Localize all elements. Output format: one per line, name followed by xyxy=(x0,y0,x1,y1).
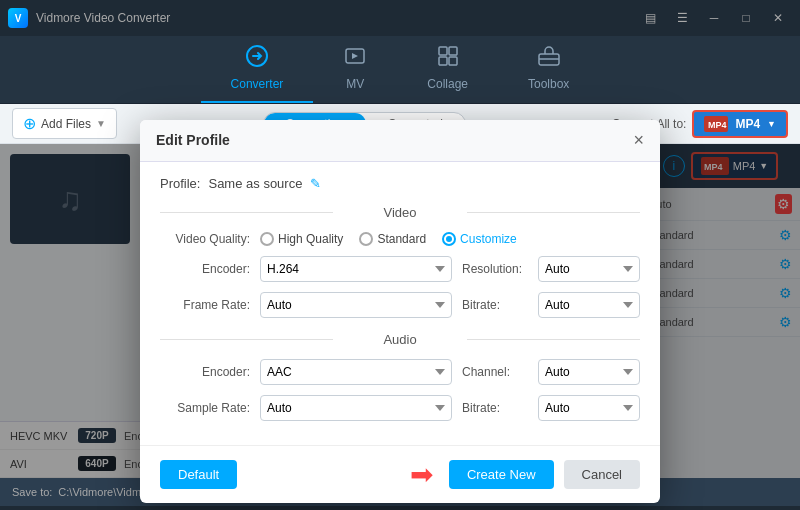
converter-icon xyxy=(245,44,269,74)
resolution-select[interactable]: Auto xyxy=(538,256,640,282)
message-btn[interactable]: ▤ xyxy=(636,8,664,28)
framerate-bitrate-row: Frame Rate: Auto Bitrate: Auto xyxy=(160,292,640,318)
modal-body: Profile: Same as source ✎ Video Video Qu… xyxy=(140,162,660,445)
video-quality-label: Video Quality: xyxy=(160,232,250,246)
video-section-title: Video xyxy=(160,205,640,220)
quality-customize[interactable]: Customize xyxy=(442,232,517,246)
radio-high-quality xyxy=(260,232,274,246)
dropdown-arrow-icon: ▼ xyxy=(96,118,106,129)
svg-rect-3 xyxy=(449,47,457,55)
audio-encoder-select[interactable]: AAC xyxy=(260,359,452,385)
profile-row: Profile: Same as source ✎ xyxy=(160,176,640,191)
nav-mv[interactable]: MV xyxy=(313,36,397,103)
menu-btn[interactable]: ☰ xyxy=(668,8,696,28)
profile-value: Same as source xyxy=(208,176,302,191)
toolbox-icon xyxy=(537,44,561,74)
resolution-half: Resolution: Auto xyxy=(462,256,640,282)
bitrate-half: Bitrate: Auto xyxy=(462,292,640,318)
mv-label: MV xyxy=(346,77,364,91)
format-chevron-icon: ▼ xyxy=(767,119,776,129)
create-new-button[interactable]: Create New xyxy=(449,460,554,489)
arrow-indicator: ➡ xyxy=(410,458,433,491)
add-files-button[interactable]: ⊕ Add Files ▼ xyxy=(12,108,117,139)
save-to-label: Save to: xyxy=(12,486,52,498)
toolbox-label: Toolbox xyxy=(528,77,569,91)
radio-customize xyxy=(442,232,456,246)
quality-standard[interactable]: Standard xyxy=(359,232,426,246)
maximize-btn[interactable]: □ xyxy=(732,8,760,28)
svg-rect-5 xyxy=(449,57,457,65)
quality-standard-label: Standard xyxy=(377,232,426,246)
samplerate-audiobitrate-row: Sample Rate: Auto Bitrate: Auto xyxy=(160,395,640,421)
video-quality-row: Video Quality: High Quality Standard xyxy=(160,232,640,246)
main-area: ♫ i MP4 MP4 ▼ Auto ⚙ Standard ⚙ Standar xyxy=(0,144,800,478)
samplerate-label: Sample Rate: xyxy=(160,401,250,415)
nav-toolbox[interactable]: Toolbox xyxy=(498,36,599,103)
save-path: C:\Vidmore\Vidmor xyxy=(58,486,151,498)
app-logo: V xyxy=(8,8,28,28)
nav-bar: Converter MV Collage xyxy=(0,36,800,104)
close-btn[interactable]: ✕ xyxy=(764,8,792,28)
modal-close-button[interactable]: × xyxy=(633,130,644,151)
svg-rect-2 xyxy=(439,47,447,55)
modal-header: Edit Profile × xyxy=(140,120,660,162)
framerate-label: Frame Rate: xyxy=(160,298,250,312)
encoder-select[interactable]: H.264 xyxy=(260,256,452,282)
audio-bitrate-half: Bitrate: Auto xyxy=(462,395,640,421)
nav-converter[interactable]: Converter xyxy=(201,36,314,103)
default-button[interactable]: Default xyxy=(160,460,237,489)
collage-label: Collage xyxy=(427,77,468,91)
add-files-label: Add Files xyxy=(41,117,91,131)
plus-icon: ⊕ xyxy=(23,114,36,133)
svg-rect-4 xyxy=(439,57,447,65)
nav-collage[interactable]: Collage xyxy=(397,36,498,103)
channel-select[interactable]: Auto xyxy=(538,359,640,385)
edit-profile-modal: Edit Profile × Profile: Same as source ✎… xyxy=(140,120,660,503)
encoder-resolution-row: Encoder: H.264 Resolution: Auto xyxy=(160,256,640,282)
modal-title: Edit Profile xyxy=(156,132,230,148)
audio-bitrate-select[interactable]: Auto xyxy=(538,395,640,421)
quality-radio-group: High Quality Standard Customize xyxy=(260,232,640,246)
channel-half: Channel: Auto xyxy=(462,359,640,385)
audio-section-title: Audio xyxy=(160,332,640,347)
quality-high-label: High Quality xyxy=(278,232,343,246)
bitrate-label: Bitrate: xyxy=(462,298,532,312)
quality-customize-label: Customize xyxy=(460,232,517,246)
bitrate-select[interactable]: Auto xyxy=(538,292,640,318)
profile-label: Profile: xyxy=(160,176,200,191)
collage-icon xyxy=(436,44,460,74)
modal-footer: Default ➡ Create New Cancel xyxy=(140,445,660,503)
cancel-button[interactable]: Cancel xyxy=(564,460,640,489)
mv-icon xyxy=(343,44,367,74)
audio-encoder-label: Encoder: xyxy=(160,365,250,379)
convert-all-dropdown[interactable]: MP4 MP4 ▼ xyxy=(692,110,788,138)
app-title: Vidmore Video Converter xyxy=(36,11,636,25)
window-controls: ▤ ☰ ─ □ ✕ xyxy=(636,8,792,28)
samplerate-select[interactable]: Auto xyxy=(260,395,452,421)
framerate-select[interactable]: Auto xyxy=(260,292,452,318)
audio-bitrate-label: Bitrate: xyxy=(462,401,532,415)
title-bar: V Vidmore Video Converter ▤ ☰ ─ □ ✕ xyxy=(0,0,800,36)
resolution-label: Resolution: xyxy=(462,262,532,276)
modal-overlay: Edit Profile × Profile: Same as source ✎… xyxy=(0,144,800,478)
encoder-label: Encoder: xyxy=(160,262,250,276)
radio-standard xyxy=(359,232,373,246)
svg-text:MP4: MP4 xyxy=(708,120,727,130)
convert-all-format: MP4 xyxy=(735,117,760,131)
audio-encoder-channel-row: Encoder: AAC Channel: Auto xyxy=(160,359,640,385)
quality-high[interactable]: High Quality xyxy=(260,232,343,246)
channel-label: Channel: xyxy=(462,365,532,379)
edit-icon[interactable]: ✎ xyxy=(310,176,321,191)
minimize-btn[interactable]: ─ xyxy=(700,8,728,28)
converter-label: Converter xyxy=(231,77,284,91)
